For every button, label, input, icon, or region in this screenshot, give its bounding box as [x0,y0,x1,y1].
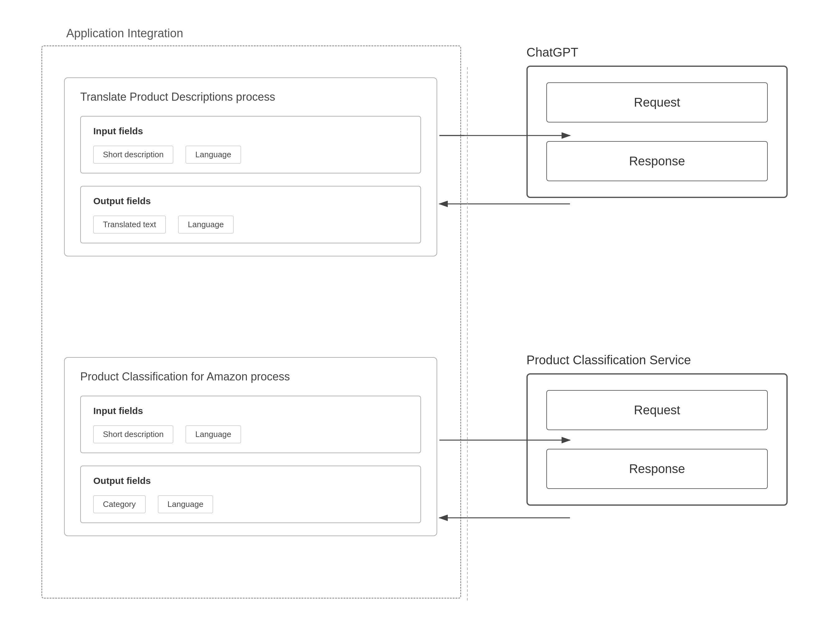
output-field-tags-bottom: Category Language [93,496,408,513]
pcs-request-box: Request [546,390,768,430]
output-field-category: Category [93,496,145,513]
output-field-language-top: Language [178,216,233,233]
process-bottom-title: Product Classification for Amazon proces… [80,370,421,383]
app-integration-box: Translate Product Descriptions process I… [41,46,461,598]
input-field-tags-top: Short description Language [93,146,408,164]
output-field-tags-top: Translated text Language [93,216,408,233]
input-fields-label-top: Input fields [93,126,408,137]
input-field-short-desc-top: Short description [93,146,173,164]
output-fields-label-bottom: Output fields [93,476,408,486]
input-fields-label-bottom: Input fields [93,406,408,416]
chatgpt-outer-box: Request Response [526,66,788,198]
main-container: Application Integration Translate Produc… [41,27,788,617]
pcs-outer-box: Request Response [526,373,788,506]
app-integration-label: Application Integration [66,27,183,40]
output-fields-group-bottom: Output fields Category Language [80,466,421,523]
input-field-language-top: Language [186,146,241,164]
input-fields-group-top: Input fields Short description Language [80,116,421,173]
process-top-title: Translate Product Descriptions process [80,90,421,104]
chatgpt-label: ChatGPT [508,46,788,59]
process-box-bottom: Product Classification for Amazon proces… [64,357,437,536]
output-fields-group-top: Output fields Translated text Language [80,186,421,243]
pcs-section: Product Classification Service Request R… [508,353,788,506]
pcs-label: Product Classification Service [508,353,788,367]
input-field-short-desc-bottom: Short description [93,425,173,443]
chatgpt-response-box: Response [546,141,768,181]
input-field-tags-bottom: Short description Language [93,425,408,443]
output-field-language-bottom: Language [158,496,213,513]
chatgpt-request-box: Request [546,82,768,123]
input-field-language-bottom: Language [186,425,241,443]
output-field-translated-text: Translated text [93,216,166,233]
chatgpt-section: ChatGPT Request Response [508,46,788,198]
pcs-response-box: Response [546,449,768,489]
output-fields-label-top: Output fields [93,196,408,206]
process-box-top: Translate Product Descriptions process I… [64,77,437,257]
input-fields-group-bottom: Input fields Short description Language [80,396,421,453]
